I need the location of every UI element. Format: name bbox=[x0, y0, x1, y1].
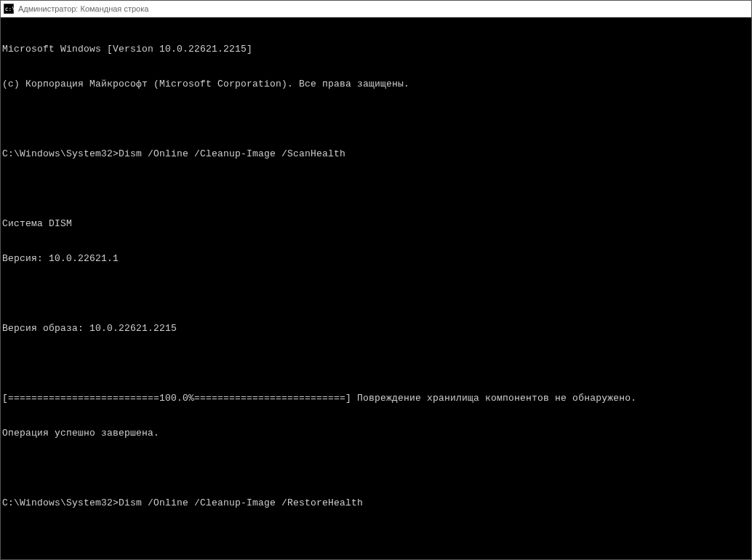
terminal-line bbox=[2, 358, 750, 369]
terminal-line: Microsoft Windows [Version 10.0.22621.22… bbox=[2, 44, 750, 55]
terminal-line bbox=[2, 463, 750, 474]
svg-text:c:\: c:\ bbox=[5, 6, 14, 12]
terminal-line: Версия: 10.0.22621.1 bbox=[2, 253, 750, 265]
terminal-line: Операция успешно завершена. bbox=[2, 428, 750, 439]
terminal-line: (c) Корпорация Майкрософт (Microsoft Cor… bbox=[2, 79, 750, 90]
terminal-line: C:\Windows\System32>Dism /Online /Cleanu… bbox=[2, 497, 750, 509]
terminal-line bbox=[2, 288, 750, 300]
terminal-line: Cистема DISM bbox=[2, 218, 750, 230]
titlebar[interactable]: c:\ Администратор: Командная строка bbox=[1, 1, 751, 17]
cmd-icon: c:\ bbox=[4, 4, 14, 14]
window-title: Администратор: Командная строка bbox=[18, 4, 148, 13]
terminal-output[interactable]: Microsoft Windows [Version 10.0.22621.22… bbox=[1, 17, 751, 559]
terminal-line bbox=[2, 183, 750, 195]
terminal-line: C:\Windows\System32>Dism /Online /Cleanu… bbox=[2, 148, 750, 160]
command-prompt-window: c:\ Администратор: Командная строка Micr… bbox=[0, 0, 752, 560]
terminal-line bbox=[2, 113, 750, 125]
terminal-line bbox=[2, 532, 750, 544]
terminal-line: [==========================100.0%=======… bbox=[2, 393, 750, 404]
terminal-line: Версия образа: 10.0.22621.2215 bbox=[2, 323, 750, 335]
